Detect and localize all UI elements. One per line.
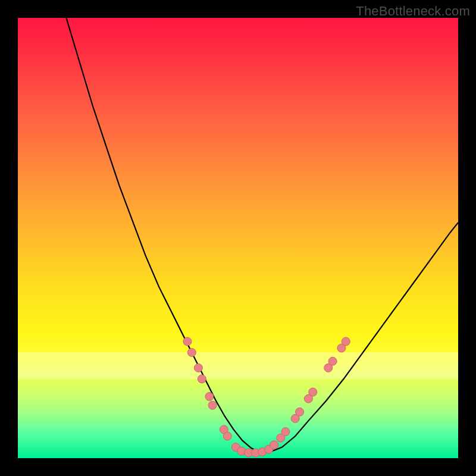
data-dot [183, 337, 192, 346]
data-dot [309, 388, 317, 396]
data-dot [328, 357, 337, 365]
data-dot [208, 401, 217, 409]
bottleneck-curve [66, 18, 458, 452]
data-dot [187, 348, 196, 356]
data-dot [194, 364, 202, 372]
chart-plot-area [18, 18, 458, 458]
data-dot [296, 408, 304, 416]
data-dot [281, 428, 290, 436]
data-dot [223, 432, 231, 440]
data-dot [270, 441, 278, 449]
data-dot [342, 337, 350, 346]
chart-svg [18, 18, 458, 458]
data-dot-layer [183, 337, 350, 457]
data-dot [205, 392, 214, 400]
watermark-text: TheBottleneck.com [356, 4, 470, 19]
data-dot [198, 375, 206, 383]
